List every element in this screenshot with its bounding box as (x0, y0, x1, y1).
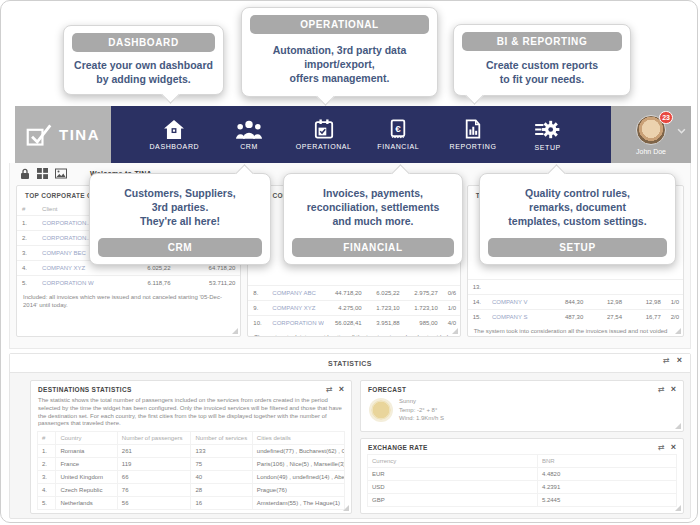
col-header: # (38, 432, 56, 445)
statistics-title: STATISTICS (328, 360, 372, 367)
callout-text: Quality control rules, remarks, document… (488, 181, 667, 233)
callout-label: BI & REPORTING (462, 32, 622, 51)
col-header: Currency (368, 455, 538, 468)
forecast-condition: Sunny (399, 397, 444, 406)
table-row: 15. COMPANY S 487,30 27,54 16,77 2/0 (468, 310, 683, 325)
callout-label: SETUP (488, 238, 667, 257)
col-header: Cities details (252, 432, 344, 445)
brand-logo[interactable]: TINA (15, 106, 111, 163)
resize-handle-icon[interactable] (675, 505, 681, 511)
callout-arrow (465, 86, 483, 104)
table-row: GBP 5.2445 (368, 494, 677, 507)
callout-text: Create custom reports to fit your needs. (462, 56, 622, 88)
callout-label: OPERATIONAL (250, 15, 429, 34)
people-icon (236, 120, 262, 139)
resize-handle-icon[interactable] (343, 505, 349, 511)
close-icon[interactable]: × (671, 385, 676, 394)
nav-item-crm[interactable]: CRM (212, 106, 287, 163)
nav-label: REPORTING (450, 143, 497, 150)
table-row: 8. COMPANY ABC 44.718,20 6.025,22 2.975,… (248, 286, 459, 301)
callout-text: Invoices, payments, reconciliation, sett… (292, 181, 454, 233)
nav-item-reporting[interactable]: REPORTING (436, 106, 511, 163)
client-link[interactable]: CORPORATION W (267, 316, 324, 331)
callout-financial: Invoices, payments, reconciliation, sett… (283, 173, 463, 265)
widget-footer-note: The system took into consideration all t… (468, 324, 683, 337)
grid-layout-icon[interactable] (37, 168, 48, 179)
widget-config-icon[interactable]: ⇄ (326, 386, 333, 394)
table-row: 14. COMPANY V 844,30 12,98 12,98 1/0 (468, 295, 683, 310)
gear-icon (535, 119, 560, 140)
sun-icon (371, 400, 391, 420)
widget-config-icon[interactable]: ⇄ (658, 444, 665, 452)
table-row: 5. CORPORATION W 6.118,76 53.711,20 (17, 276, 240, 291)
callout-crm: Customers, Suppliers, 3rd parties. They'… (89, 173, 271, 265)
calendar-check-icon (314, 119, 334, 139)
nav-label: CRM (240, 143, 258, 150)
table-row: 5. Netherlands 56 16 Amsterdam(55) , The… (38, 497, 345, 510)
main-navbar: TINA DASHBOARD CRM (15, 106, 691, 163)
home-icon (163, 120, 185, 139)
client-link[interactable] (487, 280, 545, 295)
resize-handle-icon[interactable] (452, 328, 458, 334)
client-link[interactable]: COMPANY ABC (267, 286, 324, 301)
col-header: BNR (537, 455, 676, 468)
callout-bi-reporting: BI & REPORTING Create custom reports to … (453, 24, 631, 96)
resize-handle-icon[interactable] (675, 423, 681, 429)
destinations-statistics-panel: DESTINATIONS STATISTICS ⇄ × The statisti… (30, 380, 352, 514)
panel-description: The statistic shows the total number of … (31, 396, 351, 431)
euro-note-icon: € (389, 119, 407, 139)
table-row: 2. France 119 75 Paris(106) , Nice(5) , … (38, 458, 345, 471)
chart-document-icon (464, 119, 482, 139)
close-icon[interactable]: × (671, 443, 676, 452)
panel-title: EXCHANGE RATE (368, 444, 428, 451)
resize-handle-icon[interactable] (232, 328, 238, 334)
callout-arrow (161, 85, 179, 103)
callout-operational: OPERATIONAL Automation, 3rd party data i… (241, 7, 438, 97)
widget-config-icon[interactable]: ⇄ (663, 357, 670, 365)
table-row: EUR 4.4820 (368, 468, 677, 481)
panel-title: FORECAST (368, 386, 406, 393)
chevron-down-icon[interactable] (677, 128, 686, 134)
table-row: 3. United Kingdom 66 40 London(49) , und… (38, 471, 345, 484)
forecast-wind: Wind: 1.9Km/h S (399, 414, 444, 423)
image-widget-icon[interactable] (55, 168, 67, 179)
callout-arrow (316, 87, 334, 105)
client-link[interactable]: COMPANY V (487, 295, 545, 310)
callout-label: CRM (98, 238, 262, 257)
table-row: 1. Romania 261 133 undefined(77) , Bucha… (38, 445, 345, 458)
nav-item-setup[interactable]: SETUP (510, 106, 585, 163)
nav-item-operational[interactable]: OPERATIONAL (286, 106, 361, 163)
close-icon[interactable]: × (677, 356, 682, 365)
client-link[interactable]: COMPANY S (487, 310, 545, 325)
callout-label: DASHBOARD (72, 33, 215, 52)
nav-item-dashboard[interactable]: DASHBOARD (137, 106, 212, 163)
table-row: USD 4.2391 (368, 481, 677, 494)
user-menu[interactable]: 23 John Doe (611, 106, 691, 163)
close-icon[interactable]: × (339, 385, 344, 394)
nav-item-financial[interactable]: € FINANCIAL (361, 106, 436, 163)
table-row: 4. Czech Republic 76 28 Prague(76) (38, 484, 345, 497)
callout-dashboard: DASHBOARD Create your own dashboard by a… (63, 25, 224, 95)
nav-label: OPERATIONAL (296, 143, 352, 150)
resize-handle-icon[interactable] (675, 328, 681, 334)
forecast-temp: Temp: -2° + 8° (399, 406, 444, 415)
notification-badge: 23 (659, 111, 673, 124)
col-header: Number of services (191, 432, 252, 445)
app-screenshot: TINA DASHBOARD CRM (0, 0, 698, 523)
widget-footer-note: Included: all invoices which were issued… (17, 290, 240, 314)
callout-text: Create your own dashboard by adding widg… (72, 57, 215, 87)
brand-name: TINA (59, 126, 100, 143)
col-header: # (17, 203, 37, 216)
widget-config-icon[interactable]: ⇄ (658, 386, 665, 394)
callout-label: FINANCIAL (292, 238, 454, 257)
table-row: 13. (468, 280, 683, 295)
callout-text: Automation, 3rd party data import/export… (250, 39, 429, 89)
col-header: Number of passengers (117, 432, 191, 445)
callout-setup: Quality control rules, remarks, document… (479, 173, 676, 265)
statistics-header-bar: STATISTICS ⇄ × (10, 354, 690, 373)
client-link[interactable]: COMPANY XYZ (267, 301, 324, 316)
exchange-rate-panel: EXCHANGE RATE ⇄ × Currency BNR EUR 4.482… (360, 438, 684, 514)
nav-items: DASHBOARD CRM OPERATIONAL (111, 106, 611, 163)
lock-icon[interactable] (20, 168, 30, 180)
client-link[interactable]: CORPORATION W (37, 276, 111, 291)
